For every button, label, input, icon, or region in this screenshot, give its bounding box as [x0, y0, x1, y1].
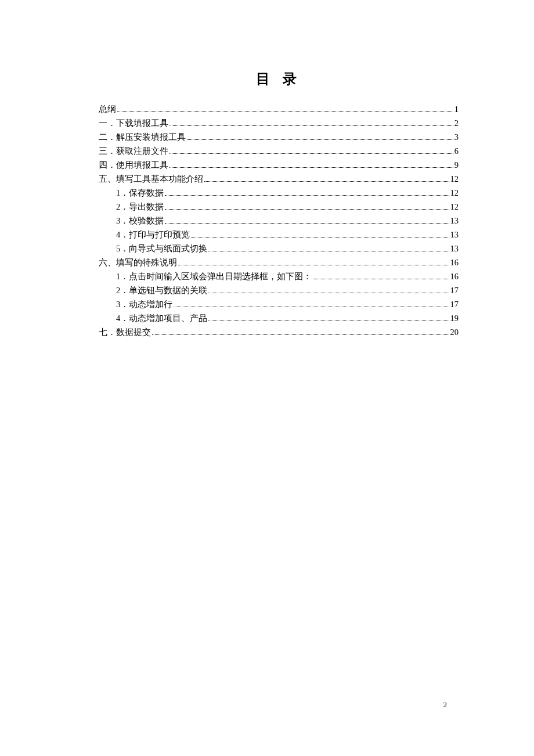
toc-entry-label: 一．下载填报工具	[99, 116, 168, 130]
toc-entry-page: 17	[450, 297, 459, 311]
toc-entry-leader	[187, 139, 453, 140]
toc-entry-leader	[117, 111, 453, 112]
toc-entry-page: 3	[454, 130, 459, 144]
toc-entry[interactable]: 2．单选钮与数据的关联17	[116, 283, 459, 297]
toc-entry[interactable]: 总纲1	[99, 102, 459, 116]
toc-entry-label: 5．向导式与纸面式切换	[116, 242, 207, 255]
toc-entry[interactable]: 七．数据提交20	[99, 325, 459, 339]
toc-title: 目 录	[99, 70, 459, 88]
toc-entry-label: 2．单选钮与数据的关联	[116, 283, 207, 297]
toc-entry[interactable]: 三．获取注册文件6	[99, 144, 459, 158]
document-page: 目 录 总纲1一．下载填报工具2二．解压安装填报工具3三．获取注册文件6四．使用…	[0, 0, 534, 339]
toc-entry-label: 四．使用填报工具	[99, 158, 168, 172]
toc-entry[interactable]: 1．点击时间输入区域会弹出日期选择框，如下图：16	[116, 269, 459, 283]
toc-entry-page: 17	[450, 283, 459, 297]
toc-entry-label: 二．解压安装填报工具	[99, 130, 186, 144]
toc-entry-label: 3．动态增加行	[116, 297, 172, 311]
toc-entry-label: 1．点击时间输入区域会弹出日期选择框，如下图：	[116, 269, 312, 283]
toc-entry-page: 2	[454, 116, 459, 130]
page-number: 2	[443, 700, 448, 710]
toc-entry-leader	[152, 334, 449, 335]
toc-entry[interactable]: 4．打印与打印预览13	[116, 228, 459, 242]
toc-entry-page: 13	[450, 214, 459, 228]
toc-entry-page: 12	[450, 186, 459, 200]
toc-entry-label: 三．获取注册文件	[99, 144, 168, 158]
toc-entry-leader	[313, 279, 449, 279]
toc-entry[interactable]: 五、填写工具基本功能介绍12	[99, 172, 459, 186]
toc-entry-label: 4．动态增加项目、产品	[116, 311, 207, 325]
toc-entry-label: 2．导出数据	[116, 200, 164, 214]
toc-entry-leader	[191, 237, 449, 237]
toc-entry[interactable]: 1．保存数据12	[116, 186, 459, 200]
toc-entry-leader	[169, 167, 453, 168]
toc-entry-page: 6	[454, 144, 459, 158]
toc-entry[interactable]: 3．校验数据13	[116, 214, 459, 228]
toc-entry[interactable]: 六、填写的特殊说明16	[99, 255, 459, 269]
toc-entry-page: 20	[450, 325, 459, 339]
toc-entry-leader	[169, 153, 453, 154]
toc-entry-leader	[208, 321, 449, 321]
toc-entry[interactable]: 二．解压安装填报工具3	[99, 130, 459, 144]
toc-entry-leader	[204, 181, 449, 182]
toc-entry-leader	[165, 209, 449, 210]
toc-entry-leader	[165, 195, 449, 196]
toc-entry-label: 六、填写的特殊说明	[99, 255, 177, 269]
toc-entry[interactable]: 一．下载填报工具2	[99, 116, 459, 130]
toc-entry[interactable]: 5．向导式与纸面式切换13	[116, 242, 459, 255]
toc-entry-leader	[208, 293, 449, 293]
toc-entry-page: 12	[450, 200, 459, 214]
toc-entry-leader	[208, 251, 449, 251]
toc-entry-label: 3．校验数据	[116, 214, 164, 228]
toc-entry-page: 9	[454, 158, 459, 172]
toc-entry-leader	[178, 265, 449, 265]
toc-container: 总纲1一．下载填报工具2二．解压安装填报工具3三．获取注册文件6四．使用填报工具…	[99, 102, 459, 339]
toc-entry-leader	[174, 307, 449, 307]
toc-entry-leader	[169, 125, 453, 126]
toc-entry[interactable]: 4．动态增加项目、产品19	[116, 311, 459, 325]
toc-entry[interactable]: 四．使用填报工具9	[99, 158, 459, 172]
toc-entry-label: 七．数据提交	[99, 325, 151, 339]
toc-entry-page: 13	[450, 228, 459, 242]
toc-entry-page: 16	[450, 269, 459, 283]
toc-entry-page: 16	[450, 255, 459, 269]
toc-entry-label: 五、填写工具基本功能介绍	[99, 172, 203, 186]
toc-entry-page: 19	[450, 311, 459, 325]
toc-entry-label: 1．保存数据	[116, 186, 164, 200]
toc-entry-page: 1	[454, 102, 459, 116]
toc-entry[interactable]: 3．动态增加行17	[116, 297, 459, 311]
toc-entry-label: 总纲	[99, 102, 116, 116]
toc-entry-page: 12	[450, 172, 459, 186]
toc-entry-label: 4．打印与打印预览	[116, 228, 190, 242]
toc-entry[interactable]: 2．导出数据12	[116, 200, 459, 214]
toc-entry-page: 13	[450, 242, 459, 255]
toc-entry-leader	[165, 223, 449, 224]
